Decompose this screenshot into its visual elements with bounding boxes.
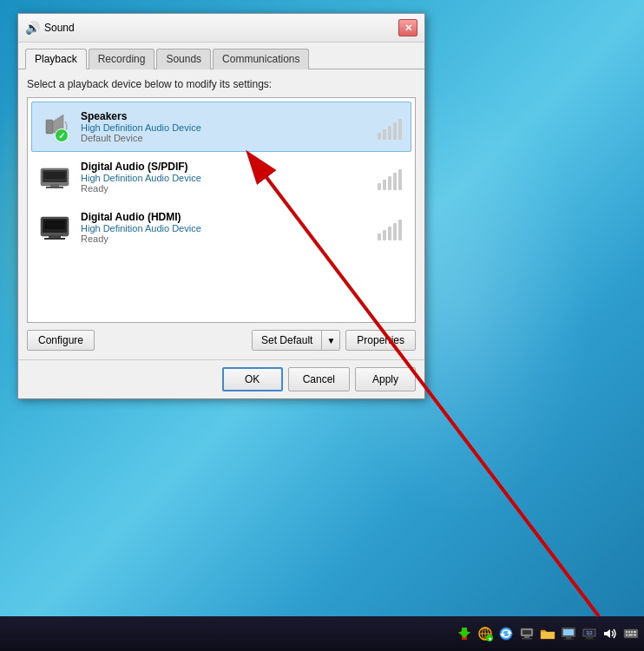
vol-bar-1 [378, 233, 381, 240]
hdmi-name: Digital Audio (HDMI) [81, 211, 369, 223]
vol-bar-5 [398, 119, 402, 140]
antivirus-icon[interactable] [455, 624, 474, 643]
speakers-volume-bars [378, 114, 402, 140]
speakers-subname: High Definition Audio Device [81, 122, 369, 133]
tab-sounds[interactable]: Sounds [156, 49, 211, 69]
svg-rect-32 [563, 639, 574, 640]
svg-rect-0 [46, 120, 53, 134]
vol-bar-2 [383, 129, 386, 140]
hdmi-info: Digital Audio (HDMI) High Definition Aud… [81, 211, 369, 244]
keyboard-layout-icon[interactable] [621, 624, 641, 643]
svg-rect-45 [628, 635, 633, 636]
svg-rect-5 [50, 184, 59, 187]
display-settings-icon[interactable]: 1|2 [580, 624, 599, 643]
vol-bar-3 [388, 227, 391, 240]
vol-bar-4 [393, 223, 397, 240]
svg-rect-43 [634, 631, 636, 633]
folder-icon[interactable] [538, 624, 557, 643]
speakers-status: Default Device [81, 133, 369, 143]
svg-rect-36 [584, 639, 595, 640]
ok-button[interactable]: OK [222, 367, 283, 391]
svg-rect-35 [586, 637, 593, 639]
vol-bar-4 [393, 173, 397, 190]
set-default-dropdown-button[interactable]: ▼ [322, 331, 339, 350]
speakers-info: Speakers High Definition Audio Device De… [81, 110, 369, 143]
svg-rect-42 [631, 631, 633, 633]
svg-rect-44 [626, 635, 628, 636]
vol-bar-1 [378, 133, 381, 140]
sound-dialog: 🔊 Sound ✕ Playback Recording Sounds Comm… [17, 13, 425, 399]
svg-rect-31 [566, 637, 571, 639]
vol-bar-3 [388, 126, 391, 140]
svg-rect-27 [524, 636, 529, 638]
device-manager-icon[interactable] [517, 624, 536, 643]
update-icon[interactable] [496, 624, 516, 643]
svg-rect-39 [624, 629, 638, 638]
svg-rect-11 [44, 238, 65, 240]
svg-marker-15 [458, 628, 470, 638]
network-globe-icon[interactable]: ★ [476, 624, 495, 643]
vol-bar-2 [383, 230, 386, 240]
device-item-spdif[interactable]: Digital Audio (S/PDIF) High Definition A… [31, 152, 411, 202]
tabs-bar: Playback Recording Sounds Communications [18, 43, 424, 69]
tab-recording[interactable]: Recording [89, 49, 155, 69]
speakers-name: Speakers [81, 110, 369, 122]
vol-bar-3 [388, 176, 391, 190]
device-list: ✓ Speakers High Definition Audio Device … [27, 97, 416, 323]
monitor-icon[interactable] [559, 624, 578, 643]
spdif-status: Ready [81, 183, 369, 194]
vol-bar-2 [383, 180, 386, 190]
properties-button[interactable]: Properties [345, 330, 416, 351]
svg-text:1|2: 1|2 [587, 630, 593, 635]
apply-button[interactable]: Apply [355, 367, 416, 391]
hdmi-volume-bars [378, 214, 402, 240]
taskbar: ★ [0, 616, 644, 651]
svg-rect-6 [46, 187, 63, 188]
volume-icon[interactable] [601, 624, 620, 643]
vol-bar-5 [398, 169, 402, 190]
hdmi-status: Ready [81, 233, 369, 244]
svg-marker-38 [604, 629, 610, 638]
tab-playback[interactable]: Playback [25, 49, 87, 69]
dialog-title: Sound [44, 22, 393, 34]
dialog-body: Select a playback device below to modify… [18, 69, 424, 359]
sound-icon: 🔊 [25, 21, 39, 35]
dialog-titlebar: 🔊 Sound ✕ [18, 14, 424, 43]
device-item-hdmi[interactable]: Digital Audio (HDMI) High Definition Aud… [31, 202, 411, 253]
svg-rect-26 [522, 630, 531, 635]
vol-bar-5 [398, 220, 402, 240]
svg-rect-9 [44, 220, 65, 229]
dialog-description: Select a playback device below to modify… [27, 78, 416, 90]
spdif-info: Digital Audio (S/PDIF) High Definition A… [81, 161, 369, 194]
close-button[interactable]: ✕ [398, 19, 417, 36]
svg-rect-46 [634, 635, 636, 636]
spdif-subname: High Definition Audio Device [81, 173, 369, 183]
default-check-badge: ✓ [55, 128, 69, 142]
desktop: 🔊 Sound ✕ Playback Recording Sounds Comm… [0, 0, 644, 651]
tab-communications[interactable]: Communications [213, 49, 309, 69]
svg-rect-40 [626, 631, 628, 633]
device-item-speakers[interactable]: ✓ Speakers High Definition Audio Device … [31, 102, 411, 152]
hdmi-icon [37, 210, 72, 245]
speakers-icon: ✓ [37, 109, 72, 144]
set-default-button[interactable]: Set Default [253, 331, 322, 350]
set-default-split-button[interactable]: Set Default ▼ [252, 330, 340, 351]
spdif-name: Digital Audio (S/PDIF) [81, 161, 369, 173]
spdif-volume-bars [378, 164, 402, 190]
svg-text:★: ★ [488, 636, 492, 641]
action-buttons-row: Configure Set Default ▼ Properties [27, 330, 416, 351]
svg-rect-41 [628, 631, 630, 633]
configure-button[interactable]: Configure [27, 330, 95, 351]
cancel-button[interactable]: Cancel [288, 367, 350, 391]
vol-bar-4 [393, 122, 397, 140]
svg-rect-28 [522, 638, 532, 640]
taskbar-system-icons: ★ [455, 624, 641, 643]
dialog-footer: OK Cancel Apply [18, 359, 424, 398]
vol-bar-1 [378, 183, 381, 190]
svg-rect-4 [44, 172, 65, 179]
hdmi-subname: High Definition Audio Device [81, 223, 369, 233]
spdif-icon [37, 160, 72, 194]
svg-rect-30 [563, 629, 574, 635]
